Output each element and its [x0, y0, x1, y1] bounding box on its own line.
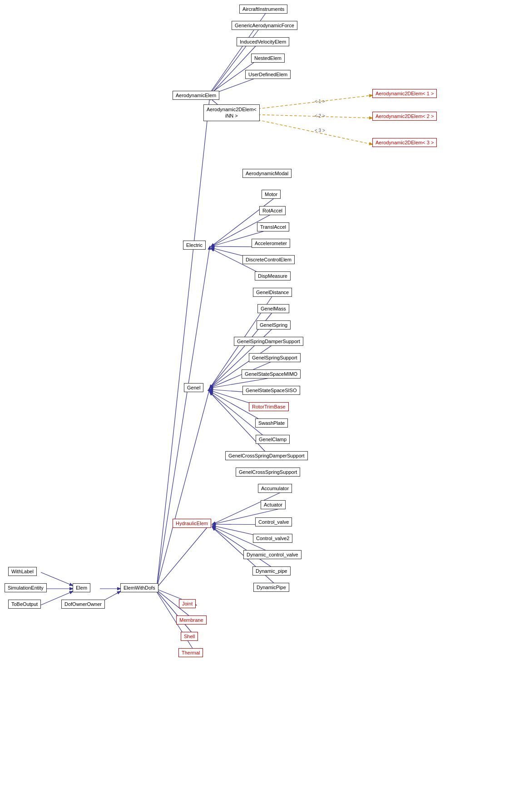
node-label: DiscreteControlElem — [246, 257, 292, 262]
node-DiscreteControlElem[interactable]: DiscreteControlElem — [242, 255, 295, 264]
node-Motor[interactable]: Motor — [262, 190, 281, 199]
node-Membrane[interactable]: Membrane — [176, 615, 207, 625]
node-label: GenericAerodynamicForce — [235, 23, 294, 28]
node-label: NestedElem — [254, 55, 282, 61]
node-Genel[interactable]: Genel — [184, 383, 203, 392]
node-label: RotorTrimBase — [252, 404, 286, 409]
node-label: GenelClamp — [259, 437, 287, 442]
node-label: TranslAccel — [260, 224, 286, 230]
node-ToBeOutput[interactable]: ToBeOutput — [8, 600, 41, 609]
node-TranslAccel[interactable]: TranslAccel — [257, 222, 289, 231]
node-label: GenelStateSpaceSISO — [246, 388, 297, 393]
node-GenelStateSpaceMIMO[interactable]: GenelStateSpaceMIMO — [242, 369, 301, 379]
node-label: SimulationEntity — [8, 585, 44, 591]
node-Aerodynamic2DElem-2[interactable]: Aerodynamic2DElem< 2 > — [372, 112, 437, 121]
node-Joint[interactable]: Joint — [179, 599, 196, 608]
node-HydraulicElem[interactable]: HydraulicElem — [173, 519, 211, 528]
svg-line-7 — [249, 114, 372, 118]
node-label: GenelStateSpaceMIMO — [245, 371, 297, 377]
node-label: Shell — [184, 634, 195, 639]
svg-line-34 — [157, 246, 210, 588]
node-label: GenelCrossSpringSupport — [239, 469, 297, 475]
node-GenelSpringSupport[interactable]: GenelSpringSupport — [249, 353, 301, 362]
node-DofOwnerOwner[interactable]: DofOwnerOwner — [61, 600, 105, 609]
svg-line-18 — [210, 345, 272, 388]
node-label: Aerodynamic2DElem< 2 > — [376, 113, 434, 119]
node-label: Electric — [186, 242, 203, 248]
svg-line-35 — [157, 388, 210, 588]
node-GenelSpring[interactable]: GenelSpring — [257, 320, 291, 330]
node-Shell[interactable]: Shell — [181, 632, 198, 641]
node-label: Genel — [187, 385, 200, 390]
node-label: Elem — [76, 585, 87, 591]
node-label: Actuator — [264, 502, 282, 507]
svg-line-39 — [157, 591, 196, 638]
node-label: Aerodynamic2DElem< 3 > — [376, 140, 434, 145]
svg-line-33 — [157, 96, 210, 588]
node-Electric[interactable]: Electric — [183, 241, 206, 250]
node-label: Membrane — [179, 617, 203, 623]
node-Accelerometer[interactable]: Accelerometer — [252, 239, 290, 248]
node-Aerodynamic2DElem-3[interactable]: Aerodynamic2DElem< 3 > — [372, 138, 437, 147]
template-label-2: < 2 > — [315, 113, 325, 118]
node-AircraftInstruments[interactable]: AircraftInstruments — [239, 5, 287, 14]
node-label: SwashPlate — [258, 420, 285, 426]
node-label: Control_valve — [258, 519, 289, 525]
node-label: WithLabel — [11, 569, 34, 574]
node-DynamicPipe[interactable]: DynamicPipe — [253, 583, 289, 592]
node-Dynamic-control-valve[interactable]: Dynamic_control_valve — [243, 550, 302, 559]
node-label: Thermal — [182, 650, 200, 655]
node-label: Control_valve2 — [256, 536, 289, 541]
node-Control-valve[interactable]: Control_valve — [255, 517, 292, 527]
node-AerodynamicElem[interactable]: AerodynamicElem — [173, 91, 219, 100]
node-label: DynamicPipe — [257, 585, 286, 590]
node-InducedVelocityElem[interactable]: InducedVelocityElem — [237, 37, 289, 46]
node-label: DofOwnerOwner — [64, 601, 102, 607]
node-label: AircraftInstruments — [242, 6, 284, 12]
node-label: AerodynamicModal — [246, 171, 288, 176]
node-Aerodynamic2DElem-iNN[interactable]: Aerodynamic2DElem<iNN > — [203, 104, 260, 121]
node-ElemWithDofs[interactable]: ElemWithDofs — [120, 583, 158, 592]
node-GenelDistance[interactable]: GenelDistance — [253, 288, 292, 297]
node-label: Joint — [182, 601, 193, 606]
node-UserDefinedElem[interactable]: UserDefinedElem — [245, 70, 291, 79]
node-GenelSpringDamperSupport[interactable]: GenelSpringDamperSupport — [234, 337, 303, 346]
node-SwashPlate[interactable]: SwashPlate — [255, 418, 288, 428]
diagram-container: AircraftInstruments GenericAerodynamicFo… — [0, 0, 529, 812]
node-RotorTrimBase[interactable]: RotorTrimBase — [249, 402, 289, 411]
node-GenelStateSpaceSISO[interactable]: GenelStateSpaceSISO — [242, 386, 300, 395]
node-Accumulator[interactable]: Accumulator — [258, 484, 292, 493]
node-label: Dynamic_pipe — [256, 568, 287, 574]
node-label: GenelSpring — [260, 322, 287, 328]
node-label: HydraulicElem — [176, 521, 208, 526]
svg-line-36 — [157, 524, 210, 588]
node-label: GenelSpringDamperSupport — [237, 339, 300, 344]
node-RotAccel[interactable]: RotAccel — [259, 206, 286, 215]
node-label: ToBeOutput — [11, 601, 38, 607]
node-label: GenelSpringSupport — [252, 355, 297, 360]
node-label: AerodynamicElem — [176, 93, 216, 98]
node-GenericAerodynamicForce[interactable]: GenericAerodynamicForce — [232, 21, 297, 30]
svg-line-6 — [249, 95, 372, 110]
node-SimulationEntity[interactable]: SimulationEntity — [5, 583, 47, 592]
node-Elem[interactable]: Elem — [73, 583, 90, 592]
node-label: Aerodynamic2DElem< 1 > — [376, 91, 434, 96]
node-label: DispMeasure — [258, 273, 287, 279]
node-GenelCrossSpringDamperSupport[interactable]: GenelCrossSpringDamperSupport — [225, 451, 308, 460]
node-Thermal[interactable]: Thermal — [178, 648, 203, 657]
node-NestedElem[interactable]: NestedElem — [251, 54, 285, 63]
node-DispMeasure[interactable]: DispMeasure — [255, 271, 291, 281]
node-label: Accumulator — [261, 486, 289, 491]
node-GenelClamp[interactable]: GenelClamp — [256, 435, 290, 444]
node-Actuator[interactable]: Actuator — [261, 500, 286, 509]
node-label: UserDefinedElem — [248, 72, 287, 77]
node-Control-valve2[interactable]: Control_valve2 — [253, 534, 292, 543]
node-GenelCrossSpringSupport[interactable]: GenelCrossSpringSupport — [236, 468, 300, 477]
node-WithLabel[interactable]: WithLabel — [8, 567, 37, 576]
node-AerodynamicModal[interactable]: AerodynamicModal — [242, 169, 292, 178]
node-label: InducedVelocityElem — [240, 39, 286, 44]
node-Dynamic-pipe[interactable]: Dynamic_pipe — [252, 566, 291, 576]
node-Aerodynamic2DElem-1[interactable]: Aerodynamic2DElem< 1 > — [372, 89, 437, 98]
node-label: GenelDistance — [256, 290, 289, 295]
node-GenelMass[interactable]: GenelMass — [257, 304, 289, 313]
